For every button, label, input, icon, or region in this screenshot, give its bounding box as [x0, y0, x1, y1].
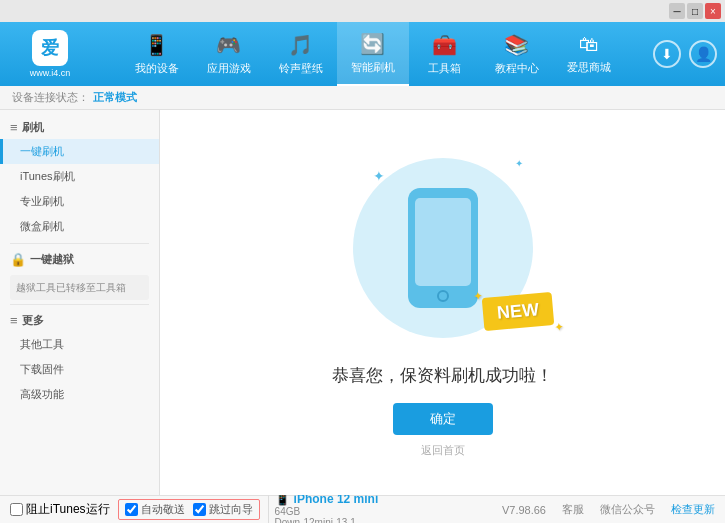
- nav-item-ringtones[interactable]: 🎵 铃声壁纸: [265, 22, 337, 86]
- download-button[interactable]: ⬇: [653, 40, 681, 68]
- device-storage: 64GB: [275, 506, 379, 517]
- sidebar-divider-2: [10, 304, 149, 305]
- sidebar-divider-1: [10, 243, 149, 244]
- sidebar-item-advanced[interactable]: 高级功能: [0, 382, 159, 407]
- nav-item-apps-games-label: 应用游戏: [207, 61, 251, 76]
- new-badge: NEW: [481, 292, 554, 331]
- nav-items: 📱 我的设备 🎮 应用游戏 🎵 铃声壁纸 🔄 智能刷机 🧰 工具箱 📚 教程中心…: [100, 22, 645, 86]
- auto-send-checkbox[interactable]: [125, 503, 138, 516]
- sidebar-section-jailbreak: 🔒 一键越狱: [0, 248, 159, 271]
- title-bar: ─ □ ×: [0, 0, 725, 22]
- auto-send-checkbox-item: 自动敬送: [125, 502, 185, 517]
- content-area: NEW ✦ ✦ 恭喜您，保资料刷机成功啦！ 确定 返回首页: [160, 110, 725, 495]
- minimize-button[interactable]: ─: [669, 3, 685, 19]
- sidebar-item-wipe-flash[interactable]: 微盒刷机: [0, 214, 159, 239]
- device-info-panel: 📱 iPhone 12 mini 64GB Down-12mini-13,1: [268, 492, 379, 524]
- header: 爱 www.i4.cn 📱 我的设备 🎮 应用游戏 🎵 铃声壁纸 🔄 智能刷机 …: [0, 22, 725, 86]
- maximize-button[interactable]: □: [687, 3, 703, 19]
- sidebar-item-download-fw[interactable]: 下载固件: [0, 357, 159, 382]
- sidebar-item-pro-flash[interactable]: 专业刷机: [0, 189, 159, 214]
- stop-itunes-area: 阻止iTunes运行: [10, 501, 110, 518]
- skip-wizard-checkbox[interactable]: [193, 503, 206, 516]
- logo-area: 爱 www.i4.cn: [0, 30, 100, 78]
- nav-item-toolbox[interactable]: 🧰 工具箱: [409, 22, 481, 86]
- nav-item-my-device-label: 我的设备: [135, 61, 179, 76]
- sidebar-section-more: ≡ 更多: [0, 309, 159, 332]
- more-section-title: 更多: [22, 313, 44, 328]
- status-value: 正常模式: [93, 90, 137, 105]
- support-link[interactable]: 客服: [562, 502, 584, 517]
- nav-item-tutorials[interactable]: 📚 教程中心: [481, 22, 553, 86]
- check-update-link[interactable]: 检查更新: [671, 502, 715, 517]
- back-link[interactable]: 返回首页: [421, 443, 465, 458]
- jailbreak-section-title: 一键越狱: [30, 252, 74, 267]
- confirm-button[interactable]: 确定: [393, 403, 493, 435]
- sidebar-section-flash: ≡ 刷机: [0, 116, 159, 139]
- nav-item-store-label: 爱思商城: [567, 60, 611, 75]
- nav-item-store[interactable]: 🛍 爱思商城: [553, 22, 625, 86]
- sparkle-top-left: ✦: [373, 168, 385, 184]
- nav-item-tutorials-label: 教程中心: [495, 61, 539, 76]
- toolbox-icon: 🧰: [432, 33, 457, 57]
- header-right: ⬇ 👤: [645, 40, 725, 68]
- more-section-icon: ≡: [10, 313, 18, 328]
- apps-games-icon: 🎮: [216, 33, 241, 57]
- nav-item-my-device[interactable]: 📱 我的设备: [121, 22, 193, 86]
- phone-body: [408, 188, 478, 308]
- nav-item-smart-flash[interactable]: 🔄 智能刷机: [337, 22, 409, 86]
- success-text: 恭喜您，保资料刷机成功啦！: [332, 364, 553, 387]
- main-layout: ≡ 刷机 一键刷机 iTunes刷机 专业刷机 微盒刷机 🔒 一键越狱 越狱工具…: [0, 110, 725, 495]
- stop-itunes-label: 阻止iTunes运行: [26, 501, 110, 518]
- user-button[interactable]: 👤: [689, 40, 717, 68]
- sidebar: ≡ 刷机 一键刷机 iTunes刷机 专业刷机 微盒刷机 🔒 一键越狱 越狱工具…: [0, 110, 160, 495]
- bottom-left: 阻止iTunes运行 自动敬送 跳过向导 📱 iPhone 12 mini 64…: [10, 492, 502, 524]
- skip-wizard-checkbox-item: 跳过向导: [193, 502, 253, 517]
- version-text: V7.98.66: [502, 504, 546, 516]
- sparkle-top-right: ✦: [515, 158, 523, 169]
- wechat-link[interactable]: 微信公众号: [600, 502, 655, 517]
- flash-section-icon: ≡: [10, 120, 18, 135]
- nav-item-smart-flash-label: 智能刷机: [351, 60, 395, 75]
- sidebar-info-box: 越狱工具已转移至工具箱: [10, 275, 149, 300]
- nav-item-toolbox-label: 工具箱: [428, 61, 461, 76]
- nav-item-ringtones-label: 铃声壁纸: [279, 61, 323, 76]
- lock-icon: 🔒: [10, 252, 26, 267]
- device-model: Down-12mini-13,1: [275, 517, 379, 524]
- stop-itunes-checkbox[interactable]: [10, 503, 23, 516]
- auto-send-label: 自动敬送: [141, 502, 185, 517]
- bottom-right: V7.98.66 客服 微信公众号 检查更新: [502, 502, 715, 517]
- phone-home-button: [437, 290, 449, 302]
- status-bar: 设备连接状态： 正常模式: [0, 86, 725, 110]
- sidebar-item-one-key-flash[interactable]: 一键刷机: [0, 139, 159, 164]
- phone-illustration: NEW ✦ ✦: [343, 148, 543, 348]
- logo-text: www.i4.cn: [30, 68, 71, 78]
- sidebar-item-itunes-flash[interactable]: iTunes刷机: [0, 164, 159, 189]
- status-label: 设备连接状态：: [12, 90, 89, 105]
- smart-flash-icon: 🔄: [360, 32, 385, 56]
- checkbox-border-box: 自动敬送 跳过向导: [118, 499, 260, 520]
- logo-icon: 爱: [32, 30, 68, 66]
- nav-item-apps-games[interactable]: 🎮 应用游戏: [193, 22, 265, 86]
- phone-screen: [415, 198, 471, 286]
- ringtones-icon: 🎵: [288, 33, 313, 57]
- store-icon: 🛍: [579, 33, 599, 56]
- skip-wizard-label: 跳过向导: [209, 502, 253, 517]
- tutorials-icon: 📚: [504, 33, 529, 57]
- my-device-icon: 📱: [144, 33, 169, 57]
- sidebar-item-other-tools[interactable]: 其他工具: [0, 332, 159, 357]
- close-button[interactable]: ×: [705, 3, 721, 19]
- flash-section-title: 刷机: [22, 120, 44, 135]
- bottom-bar: 阻止iTunes运行 自动敬送 跳过向导 📱 iPhone 12 mini 64…: [0, 495, 725, 523]
